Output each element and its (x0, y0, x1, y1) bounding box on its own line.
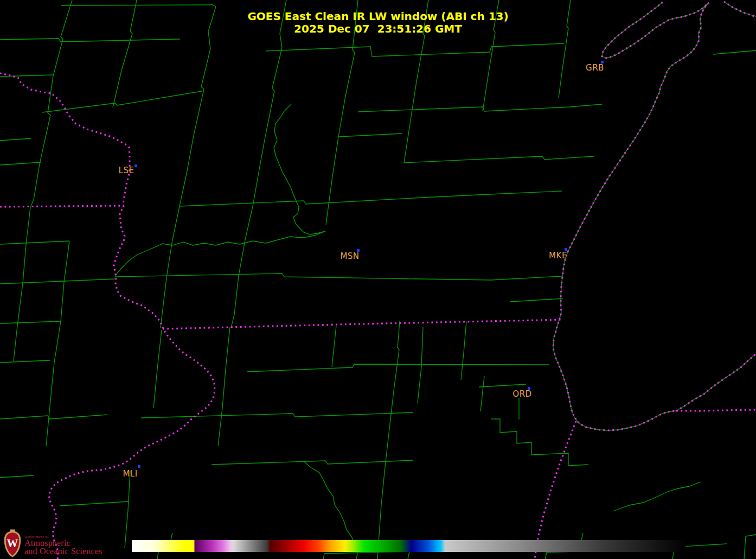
svg-text:W: W (7, 537, 18, 550)
county-boundary-line (50, 321, 61, 406)
image-timestamp: 2025 Dec 07 23:51:26 GMT (0, 23, 756, 35)
county-boundary-line (14, 283, 23, 361)
station-label: ORD (512, 389, 531, 399)
county-boundary-line (245, 0, 286, 240)
satellite-image-viewport: GOES East Clean IR LW window (ABI ch 13)… (0, 0, 756, 559)
county-boundary-line (461, 321, 466, 380)
county-boundary-line (338, 134, 402, 137)
state-border-dotted-line (163, 320, 561, 329)
station-dot-icon (138, 465, 140, 468)
county-boundary-line (0, 415, 107, 419)
county-boundary-line (60, 501, 129, 506)
logo-line1: Atmospheric (24, 539, 102, 547)
county-boundary-line (115, 231, 325, 277)
state-border-dotted-line (676, 410, 756, 411)
county-boundary-line (480, 376, 484, 411)
county-boundary-line (115, 274, 562, 280)
county-boundary-line (581, 533, 583, 540)
state-border-dotted-line (676, 354, 756, 411)
county-boundary-line (274, 104, 325, 234)
county-boundary-line (0, 162, 41, 165)
image-title: GOES East Clean IR LW window (ABI ch 13) (0, 10, 756, 23)
county-boundary-line (212, 460, 413, 465)
county-boundary-line (510, 298, 563, 302)
county-boundary-line (141, 412, 413, 418)
state-border-dotted-line (553, 3, 709, 430)
station-dot-icon (134, 164, 137, 167)
image-title-block: GOES East Clean IR LW window (ABI ch 13)… (0, 10, 756, 35)
county-boundary-line (404, 156, 594, 163)
county-boundary-line (161, 240, 172, 328)
satellite-map (0, 0, 756, 559)
county-boundary-line (377, 321, 400, 559)
county-boundary-line (0, 360, 50, 363)
county-boundary-line (266, 43, 564, 56)
county-boundary-line (46, 406, 50, 446)
county-boundary-line (418, 327, 423, 403)
county-boundary-line (676, 354, 756, 411)
county-boundary-line (323, 551, 409, 559)
county-boundary-line (0, 475, 34, 478)
county-boundary-line (358, 104, 602, 112)
county-boundary-line (0, 241, 69, 244)
county-boundary-line (0, 39, 180, 42)
county-boundary-line (247, 364, 549, 372)
uw-aos-logo-text: Department of Atmospheric and Oceanic Sc… (24, 535, 102, 558)
county-boundary-line (613, 482, 701, 511)
county-boundary-line (218, 327, 230, 446)
county-boundary-line (180, 191, 562, 206)
county-boundary-line (553, 3, 709, 430)
county-boundary-line (171, 533, 172, 540)
county-boundary-line (0, 75, 53, 77)
uw-aos-logo: W Department of Atmospheric and Oceanic … (3, 529, 102, 558)
temperature-colorbar (132, 540, 685, 552)
county-boundary-line (713, 50, 756, 54)
county-boundary-line (153, 330, 162, 408)
county-boundary-line (332, 326, 336, 367)
state-border-dotted-line (0, 73, 215, 559)
county-boundary-line (172, 4, 216, 240)
county-boundary-line (0, 321, 61, 323)
county-boundary-line (479, 384, 526, 387)
county-boundary-line (0, 138, 31, 141)
county-boundary-line (23, 207, 30, 283)
county-boundary-line (231, 240, 245, 328)
county-boundary-line (61, 5, 213, 5)
county-boundary-line (125, 471, 130, 548)
station-label: MLI (123, 469, 137, 479)
county-boundary-line (0, 279, 115, 284)
county-boundary-line (744, 535, 756, 559)
logo-line2: and Oceanic Sciences (24, 547, 102, 555)
station-label: MKE (549, 251, 567, 261)
station-label: GRB (586, 63, 604, 73)
uw-crest-icon: W (3, 529, 22, 558)
state-border-dotted-line (0, 206, 124, 207)
station-label: MSN (340, 251, 359, 261)
county-boundary-line (42, 91, 202, 112)
station-label: LSE (119, 166, 134, 175)
county-boundary-line (545, 551, 576, 559)
state-border-dotted-line (535, 421, 576, 559)
